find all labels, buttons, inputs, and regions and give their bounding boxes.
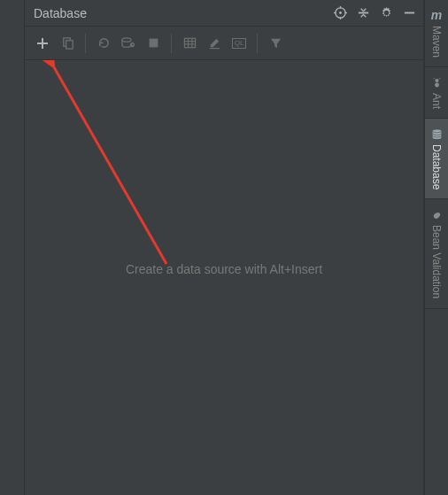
annotation-arrow [25,60,414,326]
toolbar-separator [257,34,258,53]
gear-icon[interactable] [379,6,393,20]
rail-label: Database [430,144,443,189]
bean-validation-icon [430,208,443,220]
svg-point-12 [122,37,131,41]
collapse-icon[interactable] [356,6,370,20]
target-icon[interactable] [333,6,347,20]
database-content: Create a data source with Alt+Insert [25,60,423,495]
rail-tab-bean-validation[interactable]: Bean Validation [425,199,448,308]
properties-button[interactable] [118,33,139,54]
rail-tab-maven[interactable]: m Maven [425,0,448,67]
ant-icon [430,76,443,89]
panel-header: Database [25,0,423,27]
refresh-button[interactable] [93,33,114,54]
empty-state-hint: Create a data source with Alt+Insert [126,262,322,276]
rail-tab-ant[interactable]: Ant [425,67,448,119]
rail-tab-database[interactable]: Database [425,119,448,199]
rail-label: Maven [430,26,443,58]
panel-title: Database [34,6,333,20]
toolbar-separator [85,34,86,53]
stop-button[interactable] [143,33,164,54]
toolbar-separator [171,34,172,53]
svg-line-20 [54,67,166,264]
svg-line-23 [433,77,435,79]
query-console-button[interactable]: QL [228,33,250,54]
svg-rect-14 [184,38,195,47]
svg-point-1 [339,12,342,14]
database-icon [430,128,443,140]
database-tool-window: Database [25,0,424,495]
duplicate-button[interactable] [57,33,78,54]
maven-icon: m [430,9,443,21]
svg-rect-11 [66,41,73,49]
svg-rect-13 [149,39,158,48]
svg-point-21 [435,79,438,82]
header-actions [333,6,416,20]
table-button[interactable] [179,33,200,54]
rail-label: Ant [430,93,443,109]
svg-point-22 [435,82,439,87]
edit-button[interactable] [204,33,225,54]
database-toolbar: QL [25,27,423,60]
filter-button[interactable] [265,33,286,54]
rail-label: Bean Validation [430,225,443,298]
minimize-icon[interactable] [402,6,416,20]
svg-line-24 [438,77,440,79]
add-button[interactable] [32,33,53,54]
right-tool-rail: m Maven Ant Database Bean Validation [424,0,448,495]
editor-gutter [0,0,25,495]
